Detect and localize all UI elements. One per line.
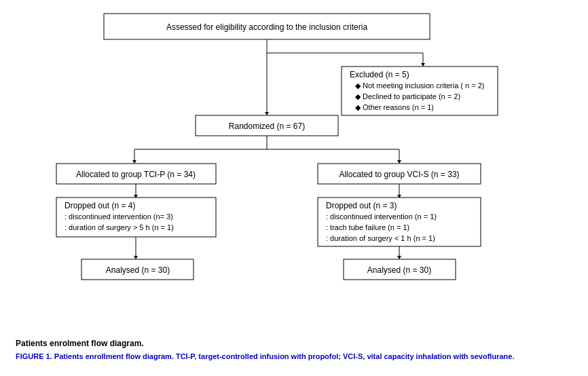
caption-bold: Patients enrolment flow diagram. xyxy=(16,339,572,348)
left-allocated-text: Allocated to group TCI-P (n = 34) xyxy=(76,170,196,179)
excluded-item-2: ◆ Declined to participate (n = 2) xyxy=(355,92,460,100)
caption-figure: FIGURE 1. Patients enrollment flow diagr… xyxy=(16,351,572,362)
svg-marker-26 xyxy=(397,256,401,259)
right-dropped-item-2: : trach tube failure (n = 1) xyxy=(326,223,409,231)
excluded-item-3: ◆ Other reasons (n = 1) xyxy=(355,103,434,111)
left-dropped-item-2: : duration of surgery > 5 h (n = 1) xyxy=(65,223,174,231)
excluded-title: Excluded (n = 5) xyxy=(350,70,409,79)
right-analysed-text: Analysed (n = 30) xyxy=(367,265,431,275)
right-dropped-item-3: : duration of surgery < 1 h (n = 1) xyxy=(326,234,435,242)
svg-marker-12 xyxy=(132,160,136,164)
svg-marker-4 xyxy=(421,63,425,67)
right-dropped-title: Dropped out (n = 3) xyxy=(326,201,397,210)
left-analysed-text: Analysed (n = 30) xyxy=(106,265,170,275)
svg-marker-14 xyxy=(397,160,401,164)
left-dropped-title: Dropped out (n = 4) xyxy=(65,201,135,210)
excluded-item-1: ◆ Not meeting inclusion criteria ( n = 2… xyxy=(355,81,485,90)
diagram-container: Assessed for eligibility according to th… xyxy=(16,7,572,362)
right-dropped-item-1: : discontinued intervention (n = 1) xyxy=(326,212,437,221)
flowchart-svg: Assessed for eligibility according to th… xyxy=(16,7,572,333)
eligibility-text: Assessed for eligibility according to th… xyxy=(166,22,367,32)
left-dropped-item-1: : discontinued intervention (n= 3) xyxy=(65,212,173,221)
randomized-text: Randomized (n = 67) xyxy=(229,121,305,131)
svg-marker-7 xyxy=(265,112,269,115)
right-allocated-text: Allocated to group VCI-S (n = 33) xyxy=(339,170,459,179)
svg-marker-24 xyxy=(134,256,138,259)
